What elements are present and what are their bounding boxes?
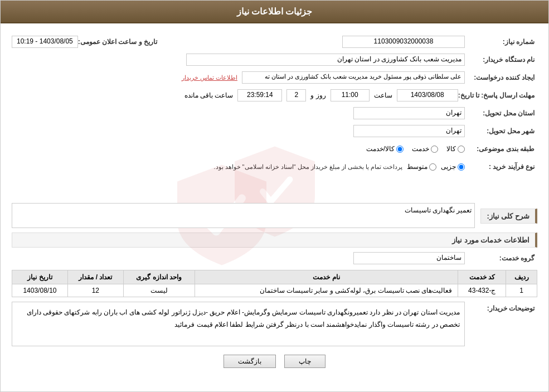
action-buttons: چاپ بازگشت [12,355,537,368]
col-row-num: ردیف [506,270,537,284]
col-qty: تعداد / مقدار [67,270,123,284]
creator-label: ایجاد کننده درخواست: [465,74,537,81]
cell-row-num: 1 [506,284,537,297]
buyer-notes-row: توضیحات خریدار: مدیریت استان تهران در نظ… [12,302,537,346]
table-row: 1 ج-432-43 فعالیت‌های نصب تاسیسات برق، ل… [12,284,537,297]
contact-link[interactable]: اطلاعات تماس خریدار [182,74,237,81]
category-label: طبقه بندی موضوعی: [465,145,537,153]
page-title: جزئیات اطلاعات نیاز [237,7,313,16]
purchase-motavasset-label: متوسط [407,163,427,171]
need-desc-value: تعمیر نگهداری تاسیسات [12,203,475,228]
col-name: نام خدمت [195,270,458,284]
col-date: تاریخ نیاز [12,270,68,284]
announce-date-label: تاریخ و ساعت اعلان عمومی: [78,38,160,46]
service-group-value: ساختمان [353,252,465,264]
province-value: تهران [353,107,465,119]
announce-date-value: 1403/08/05 - 10:19 [12,36,78,48]
response-days: 2 [286,89,306,101]
response-date: 1403/08/08 [397,89,458,101]
col-unit: واحد اندازه گیری [123,270,195,284]
purchase-jozii-radio[interactable] [458,163,465,171]
category-radio-group: کالا خدمت کالا/خدمت [366,145,465,153]
back-button[interactable]: بازگشت [224,355,276,368]
buyer-notes-value: مدیریت استان تهران در نظر دارد تعمیرونگه… [12,302,465,346]
buyer-org-label: نام دستگاه خریدار: [465,56,537,64]
category-kala-khedmat[interactable]: کالا/خدمت [366,145,404,153]
purchase-type-note: پرداخت تمام یا بخشی از مبلغ خریداز محل "… [213,163,402,171]
need-number-label: شماره نیاز: [465,38,537,46]
purchase-motavasset[interactable]: متوسط [407,163,436,171]
response-remaining-label: ساعت باقی مانده [184,91,234,99]
city-label: شهر محل تحویل: [465,127,537,135]
cell-name: فعالیت‌های نصب تاسیسات برق، لوله‌کشی و س… [195,284,458,297]
print-button[interactable]: چاپ [284,355,325,368]
page-header: جزئیات اطلاعات نیاز [1,1,548,23]
province-label: استان محل تحویل: [465,109,537,117]
col-code: کد خدمت [458,270,506,284]
purchase-type-label: نوع فرآیند خرید : [465,163,537,171]
purchase-jozii-label: جزیی [441,163,456,171]
category-khedmat-label: خدمت [412,145,429,153]
purchase-motavasset-radio[interactable] [429,163,436,171]
response-time-label: ساعت [374,91,392,99]
services-table: ردیف کد خدمت نام خدمت واحد اندازه گیری ت… [12,270,537,297]
response-time: 11:00 [331,89,370,101]
category-kala-khedmat-radio[interactable] [396,146,404,153]
table-header-row: ردیف کد خدمت نام خدمت واحد اندازه گیری ت… [12,270,537,284]
category-kala[interactable]: کالا [446,145,465,153]
creator-value: علی سلطانی ذوقی پور مسئول خرید مدیریت شع… [242,71,465,84]
service-group-label: گروه خدمت: [465,254,537,262]
services-table-container: ردیف کد خدمت نام خدمت واحد اندازه گیری ت… [12,270,537,297]
category-kala-radio[interactable] [458,146,465,153]
response-deadline-label: مهلت ارسال پاسخ: تا تاریخ: [458,91,537,99]
services-section-header: اطلاعات خدمات مورد نیاز [12,233,537,248]
buyer-notes-label: توضیحات خریدار: [465,302,537,312]
response-countdown: 23:59:14 [237,89,282,101]
category-kala-label: کالا [446,145,456,153]
category-khedmat[interactable]: خدمت [412,145,438,153]
city-value: تهران [353,125,465,137]
category-kala-khedmat-label: کالا/خدمت [366,145,395,153]
buyer-org-value: مدیریت شعب بانک کشاورزی در استان تهران [186,54,465,66]
need-number-value: 1103009032000038 [342,36,465,48]
cell-code: ج-432-43 [458,284,506,297]
cell-date: 1403/08/10 [12,284,68,297]
category-khedmat-radio[interactable] [431,146,438,153]
cell-unit: لیست [123,284,195,297]
need-desc-section-label: شرح کلی نیاز: [480,209,537,224]
cell-qty: 12 [67,284,123,297]
purchase-jozii[interactable]: جزیی [441,163,465,171]
response-days-label: روز و [310,91,325,99]
